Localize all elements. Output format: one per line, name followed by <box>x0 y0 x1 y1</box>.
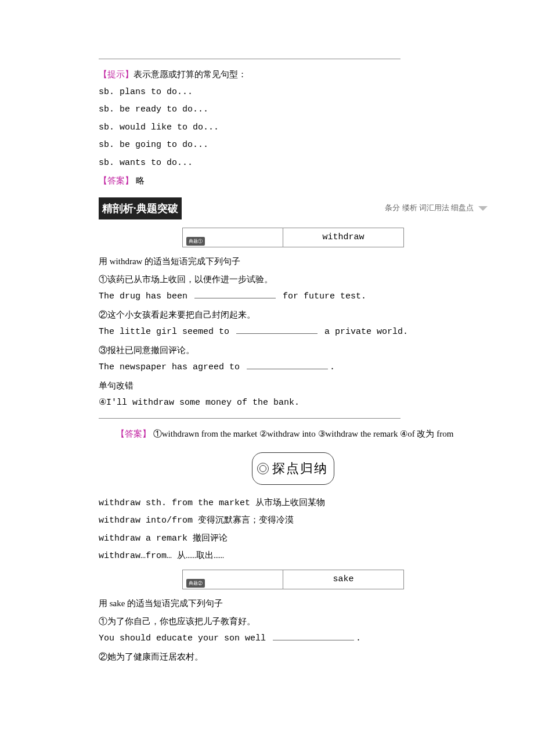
text: The drug has been <box>99 291 193 301</box>
summary-item: withdraw sth. from the market 从市场上收回某物 <box>99 495 488 512</box>
answer-text: 略 <box>134 176 145 185</box>
q1-intro: 用 withdraw 的适当短语完成下列句子 <box>99 253 488 270</box>
q2-1-cn: ①为了你自己，你也应该把儿子教育好。 <box>99 613 488 630</box>
q2-2-cn: ②她为了健康而迁居农村。 <box>99 649 488 665</box>
hint-title: 表示意愿或打算的常见句型： <box>134 70 247 79</box>
text: The little girl seemed to <box>99 327 234 337</box>
blank <box>236 326 317 334</box>
answer-label: 【答案】 <box>99 176 134 185</box>
blank <box>194 290 276 299</box>
summary-box: 探点归纳 <box>229 452 357 485</box>
summary-item: withdraw into/from 变得沉默寡言；变得冷漠 <box>99 513 488 530</box>
text: for future test. <box>277 291 366 301</box>
pattern-line: sb. wants to do... <box>99 155 488 172</box>
answer-text: ①withdrawn from the market ②withdraw int… <box>151 429 453 438</box>
top-rule <box>99 58 400 59</box>
text: a private world. <box>319 327 408 337</box>
pattern-line: sb. plans to do... <box>99 84 488 101</box>
pattern-line: sb. be ready to do... <box>99 102 488 118</box>
hint-label: 【提示】 <box>99 70 134 79</box>
q1-4: ④I'll withdraw some money of the bank. <box>99 395 488 412</box>
example-badge: 典题① <box>186 237 205 246</box>
section-header-right-text: 条分 缕析 词汇用法 细盘点 <box>385 201 474 215</box>
summary-label: 探点归纳 <box>252 452 334 485</box>
rule-line <box>99 417 400 419</box>
example-badge: 典题② <box>186 579 205 588</box>
triangle-down-icon <box>478 206 488 211</box>
blank <box>273 632 354 641</box>
word-box-word: withdraw <box>283 228 403 247</box>
q2-1-en: You should educate your son well . <box>99 631 488 647</box>
section-header-right: 条分 缕析 词汇用法 细盘点 <box>385 201 488 215</box>
answer-line: 【答案】 略 <box>99 172 488 189</box>
summary-item: withdraw…from… 从……取出…… <box>99 548 488 565</box>
word-box-2: 典题② sake <box>182 570 404 590</box>
text: You should educate your son well <box>99 633 271 643</box>
word-box-left: 典题① <box>183 228 283 247</box>
word-box-word: sake <box>283 570 403 589</box>
q1-2-cn: ②这个小女孩看起来要把自己封闭起来。 <box>99 307 488 323</box>
pattern-line: sb. would like to do... <box>99 120 488 136</box>
q1-1-cn: ①该药已从市场上收回，以便作进一步试验。 <box>99 271 488 288</box>
q1-1-en: The drug has been for future test. <box>99 289 488 305</box>
text: The newspaper has agreed to <box>99 362 245 372</box>
answer-line: 【答案】 ①withdrawn from the market ②withdra… <box>99 426 488 442</box>
answer-label: 【答案】 <box>116 429 151 438</box>
section-header: 精剖析·典题突破 条分 缕析 词汇用法 细盘点 <box>99 197 488 219</box>
summary-item: withdraw a remark 撤回评论 <box>99 531 488 548</box>
section-header-left: 精剖析·典题突破 <box>99 197 182 219</box>
blank <box>247 361 328 370</box>
word-box-left: 典题② <box>183 570 283 589</box>
q1-3-cn: ③报社已同意撤回评论。 <box>99 342 488 359</box>
hint-line: 【提示】表示意愿或打算的常见句型： <box>99 66 488 83</box>
err-title: 单句改错 <box>99 377 488 394</box>
q2-intro: 用 sake 的适当短语完成下列句子 <box>99 595 488 612</box>
page: 【提示】表示意愿或打算的常见句型： sb. plans to do... sb.… <box>0 0 534 689</box>
q1-3-en: The newspaper has agreed to . <box>99 359 488 376</box>
q1-2-en: The little girl seemed to a private worl… <box>99 324 488 341</box>
text: . <box>356 633 361 643</box>
word-box-1: 典题① withdraw <box>182 228 404 248</box>
pattern-line: sb. be going to do... <box>99 137 488 154</box>
text: . <box>330 362 335 372</box>
